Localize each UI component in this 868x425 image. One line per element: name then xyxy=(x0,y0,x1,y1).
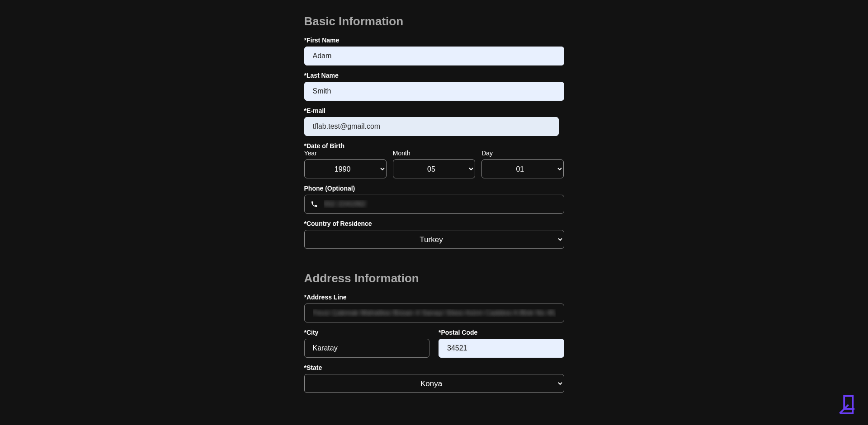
postal-input[interactable] xyxy=(439,339,564,358)
country-select[interactable]: Turkey xyxy=(304,230,564,249)
last-name-label: *Last Name xyxy=(304,72,564,79)
city-input[interactable] xyxy=(304,339,430,358)
field-first-name: *First Name xyxy=(304,37,564,65)
last-name-input[interactable] xyxy=(304,82,564,101)
email-label: *E-mail xyxy=(304,107,564,114)
country-label: *Country of Residence xyxy=(304,220,564,227)
field-email: *E-mail xyxy=(304,107,564,136)
first-name-input[interactable] xyxy=(304,47,564,65)
section-basic-title: Basic Information xyxy=(304,14,564,28)
state-label: *State xyxy=(304,364,564,371)
brand-logo-icon xyxy=(835,394,856,415)
field-state: *State Konya xyxy=(304,364,564,393)
field-city: *City xyxy=(304,329,430,358)
month-label: Month xyxy=(393,149,475,157)
day-select[interactable]: 01 xyxy=(481,159,564,178)
field-dob: *Date of Birth Year 1990 Month 05 Day 01 xyxy=(304,142,564,178)
address-line-label: *Address Line xyxy=(304,294,564,301)
address-line-input[interactable] xyxy=(304,304,564,322)
postal-label: *Postal Code xyxy=(439,329,564,336)
email-input[interactable] xyxy=(304,117,559,136)
month-select[interactable]: 05 xyxy=(393,159,475,178)
phone-icon xyxy=(311,201,318,208)
year-label: Year xyxy=(304,149,387,157)
field-last-name: *Last Name xyxy=(304,72,564,101)
field-address-line: *Address Line xyxy=(304,294,564,322)
phone-label: Phone (Optional) xyxy=(304,185,564,192)
phone-input[interactable] xyxy=(304,195,564,214)
year-select[interactable]: 1990 xyxy=(304,159,387,178)
field-country: *Country of Residence Turkey xyxy=(304,220,564,249)
form-container: Basic Information *First Name *Last Name… xyxy=(304,0,564,393)
dob-label: *Date of Birth xyxy=(304,142,564,149)
field-phone: Phone (Optional) xyxy=(304,185,564,214)
first-name-label: *First Name xyxy=(304,37,564,44)
field-postal: *Postal Code xyxy=(439,329,564,358)
state-select[interactable]: Konya xyxy=(304,374,564,393)
city-label: *City xyxy=(304,329,430,336)
day-label: Day xyxy=(481,149,564,157)
section-address-title: Address Information xyxy=(304,271,564,285)
